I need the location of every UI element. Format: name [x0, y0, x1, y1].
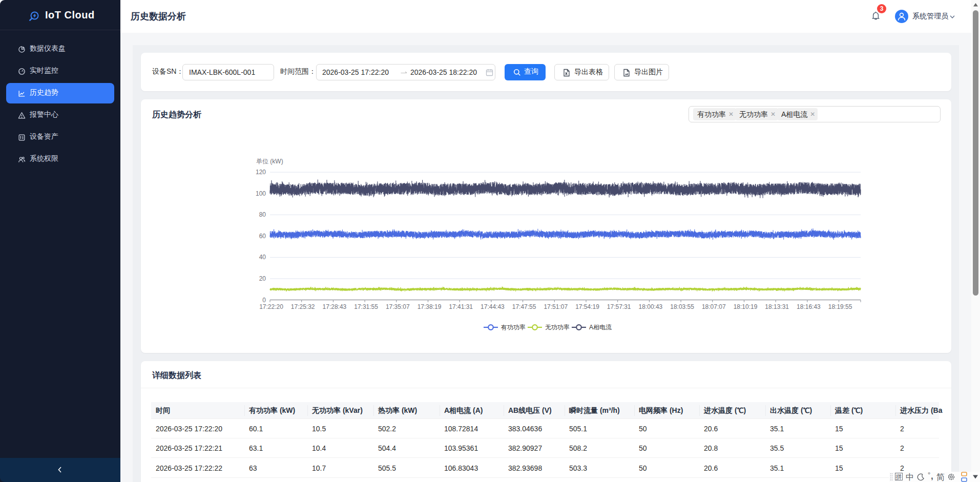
svg-text:17:25:32: 17:25:32 [291, 303, 315, 310]
svg-text:18:10:19: 18:10:19 [734, 303, 758, 310]
svg-text:18:07:07: 18:07:07 [702, 303, 726, 310]
svg-text:18:13:31: 18:13:31 [765, 303, 789, 310]
svg-text:80: 80 [259, 211, 266, 218]
svg-text:17:41:31: 17:41:31 [449, 303, 473, 310]
svg-text:有功功率: 有功功率 [501, 324, 526, 331]
svg-text:18:03:55: 18:03:55 [670, 303, 694, 310]
svg-text:17:22:20: 17:22:20 [259, 303, 283, 310]
svg-text:17:35:07: 17:35:07 [386, 303, 410, 310]
svg-text:18:00:43: 18:00:43 [639, 303, 663, 310]
svg-text:单位 (kW): 单位 (kW) [256, 158, 283, 165]
svg-text:40: 40 [259, 254, 266, 261]
svg-text:无功功率: 无功功率 [545, 324, 570, 331]
svg-text:20: 20 [259, 275, 266, 282]
svg-text:17:44:43: 17:44:43 [481, 303, 505, 310]
svg-text:60: 60 [259, 233, 266, 240]
svg-text:17:51:07: 17:51:07 [544, 303, 568, 310]
svg-text:17:54:19: 17:54:19 [575, 303, 599, 310]
svg-text:100: 100 [256, 190, 266, 197]
svg-text:0: 0 [262, 297, 266, 304]
svg-text:18:19:55: 18:19:55 [828, 303, 852, 310]
svg-text:17:31:55: 17:31:55 [354, 303, 378, 310]
svg-text:18:16:43: 18:16:43 [797, 303, 821, 310]
svg-text:A相电流: A相电流 [589, 324, 612, 331]
svg-text:17:57:31: 17:57:31 [607, 303, 631, 310]
svg-text:120: 120 [256, 169, 266, 176]
svg-text:17:47:55: 17:47:55 [512, 303, 536, 310]
svg-text:17:28:43: 17:28:43 [323, 303, 347, 310]
svg-text:17:38:19: 17:38:19 [418, 303, 442, 310]
